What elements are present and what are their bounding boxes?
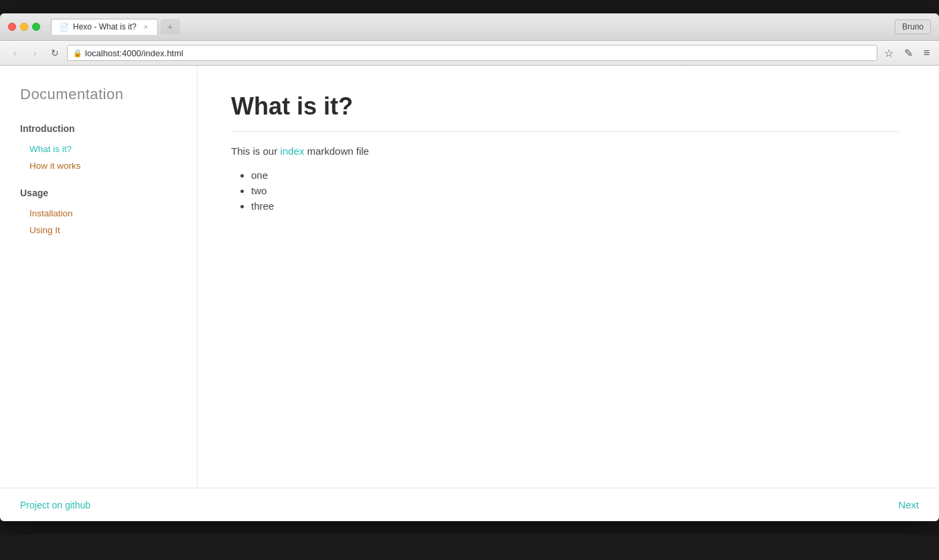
description-prefix: This is our: [231, 145, 280, 157]
address-bar[interactable]: 🔒 localhost:4000/index.html: [67, 45, 877, 61]
traffic-lights: [8, 23, 40, 31]
project-github-link[interactable]: Project on github: [20, 500, 90, 510]
page-body: Documentation Introduction What is it? H…: [0, 66, 939, 488]
tab-title: Hexo - What is it?: [73, 22, 137, 31]
page-title: What is it?: [231, 92, 899, 132]
browser-titlebar: 📄 Hexo - What is it? × + Bruno: [0, 13, 939, 41]
sidebar-section-introduction: Introduction: [20, 123, 184, 134]
url-text: localhost:4000/index.html: [85, 48, 184, 58]
sidebar: Documentation Introduction What is it? H…: [0, 66, 198, 488]
toolbar-icons: ☆ ✎ ≡: [881, 46, 932, 61]
sidebar-link-how-it-works[interactable]: How it works: [20, 157, 184, 174]
lock-icon: 🔒: [73, 49, 82, 58]
browser-window: 📄 Hexo - What is it? × + Bruno ‹ › ↻ 🔒 l…: [0, 13, 939, 521]
tab-close-icon[interactable]: ×: [143, 23, 149, 31]
description-suffix: markdown file: [304, 145, 369, 157]
menu-icon[interactable]: ≡: [921, 46, 932, 60]
new-tab-button[interactable]: +: [161, 19, 179, 34]
active-tab[interactable]: 📄 Hexo - What is it? ×: [51, 19, 158, 35]
pen-icon[interactable]: ✎: [901, 46, 916, 61]
sidebar-link-what-is-it[interactable]: What is it?: [20, 141, 184, 157]
sidebar-link-using-it[interactable]: Using It: [20, 222, 184, 238]
star-icon[interactable]: ☆: [881, 46, 896, 61]
description-keyword: index: [280, 145, 304, 157]
minimize-button[interactable]: [20, 23, 28, 31]
user-label: Bruno: [895, 19, 931, 34]
browser-toolbar: ‹ › ↻ 🔒 localhost:4000/index.html ☆ ✎ ≡: [0, 41, 939, 66]
sidebar-link-installation[interactable]: Installation: [20, 205, 184, 222]
list-item: one: [251, 167, 899, 183]
list-item: three: [251, 198, 899, 214]
page-description: This is our index markdown file: [231, 145, 899, 157]
next-link[interactable]: Next: [898, 499, 919, 510]
content-list: one two three: [231, 167, 899, 214]
tab-bar: 📄 Hexo - What is it? × +: [51, 19, 889, 35]
sidebar-section-usage: Usage: [20, 188, 184, 198]
maximize-button[interactable]: [32, 23, 40, 31]
back-button[interactable]: ‹: [7, 45, 23, 61]
refresh-button[interactable]: ↻: [47, 45, 63, 61]
forward-button[interactable]: ›: [27, 45, 43, 61]
main-content: What is it? This is our index markdown f…: [198, 66, 939, 488]
tab-file-icon: 📄: [60, 23, 69, 31]
close-button[interactable]: [8, 23, 16, 31]
list-item: two: [251, 183, 899, 198]
sidebar-title: Documentation: [20, 86, 184, 103]
page-footer: Project on github Next: [0, 488, 939, 521]
